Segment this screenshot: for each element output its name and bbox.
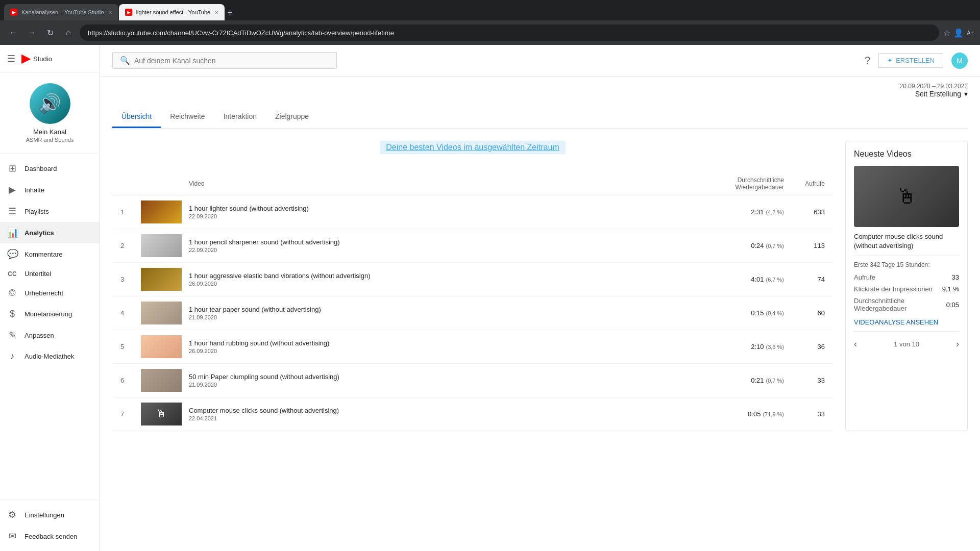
mouse-icon: 🖱 xyxy=(896,185,917,208)
prev-page-button[interactable]: ‹ xyxy=(854,339,857,349)
row-title: 1 hour pencil sharpener sound (without a… xyxy=(189,238,723,246)
bookmark-star-icon[interactable]: ☆ xyxy=(943,28,950,38)
home-button[interactable]: ⌂ xyxy=(61,26,76,40)
help-icon[interactable]: ? xyxy=(865,55,870,66)
date-range-header: 20.09.2020 – 29.03.2022 Seit Erstellung … xyxy=(100,77,980,98)
table-header: Video Durchschnittliche Wiedergabedauer … xyxy=(112,172,833,195)
right-panel: Neueste Videos 🖱 Computer mouse clicks s… xyxy=(845,141,968,431)
sidebar-item-feedback[interactable]: ✉ Feedback senden xyxy=(0,525,100,547)
tab-close-1[interactable]: ✕ xyxy=(108,10,112,15)
refresh-button[interactable]: ↻ xyxy=(43,26,57,40)
anpassen-icon: ✎ xyxy=(7,330,17,341)
sidebar: ☰ ▶ Studio 🔊 Mein Kanal ASMR and Sounds … xyxy=(0,45,100,551)
sidebar-item-label-untertitel: Untertitel xyxy=(24,270,51,278)
sidebar-item-label-inhalte: Inhalte xyxy=(24,186,44,194)
row-views: 33 xyxy=(784,377,825,384)
row-info: 1 hour tear paper sound (without adverti… xyxy=(189,306,723,320)
sidebar-item-playlists[interactable]: ☰ Playlists xyxy=(0,201,100,222)
sidebar-item-label-dashboard: Dashboard xyxy=(24,165,57,172)
video-analysis-link[interactable]: VIDEOANALYSE ANSEHEN xyxy=(854,318,959,326)
row-info: 50 min Paper clumpling sound (without ad… xyxy=(189,373,723,388)
period-label: Erste 342 Tage 15 Stunden: xyxy=(854,261,959,268)
section-title[interactable]: Deine besten Videos im ausgewählten Zeit… xyxy=(380,141,565,154)
profile-icon[interactable]: 👤 xyxy=(953,28,964,38)
ctr-stat: Klickrate der Impressionen 9,1 % xyxy=(854,285,959,293)
views-label: Aufrufe xyxy=(854,273,875,281)
top-bar: 🔍 ? ✦ ERSTELLEN M xyxy=(100,45,980,77)
sidebar-item-label-analytics: Analytics xyxy=(24,229,54,237)
row-rank: 2 xyxy=(120,242,141,249)
sidebar-item-analytics[interactable]: 📊 Analytics xyxy=(0,222,100,243)
yt-studio-logo[interactable]: ▶ Studio xyxy=(21,52,52,65)
row-rank: 3 xyxy=(120,276,141,283)
back-button[interactable]: ← xyxy=(6,26,20,40)
tab-ubersicht[interactable]: Übersicht xyxy=(112,106,161,128)
date-range-select[interactable]: Seit Erstellung ▾ xyxy=(915,90,968,98)
row-info: 1 hour pencil sharpener sound (without a… xyxy=(189,238,723,253)
pagination: ‹ 1 von 10 › xyxy=(854,339,959,349)
tab-reichweite[interactable]: Reichweite xyxy=(161,106,214,128)
sidebar-item-dashboard[interactable]: ⊞ Dashboard xyxy=(0,158,100,179)
next-page-button[interactable]: › xyxy=(956,339,959,349)
user-avatar[interactable]: M xyxy=(951,53,968,69)
analytics-icon: 📊 xyxy=(7,227,17,238)
sidebar-item-monetarisierung[interactable]: $ Monetarisierung xyxy=(0,304,100,324)
row-duration: 0:15(0,4 %) xyxy=(723,309,784,317)
studio-label: Studio xyxy=(33,55,52,63)
address-input[interactable] xyxy=(80,24,939,41)
tab-bar: ▶ Kanalanalysen – YouTube Studio ✕ ▶ lig… xyxy=(0,0,980,20)
search-bar[interactable]: 🔍 xyxy=(112,52,337,69)
analytics-tabs-container: Übersicht Reichweite Interaktion Zielgru… xyxy=(100,98,980,129)
ctr-value: 9,1 % xyxy=(942,285,959,293)
new-tab-button[interactable]: + xyxy=(225,6,235,20)
row-duration: 0:21(0,7 %) xyxy=(723,377,784,384)
dropdown-arrow-icon: ▾ xyxy=(964,90,968,98)
sidebar-item-anpassen[interactable]: ✎ Anpassen xyxy=(0,324,100,346)
sidebar-item-untertitel[interactable]: CC Untertitel xyxy=(0,265,100,283)
top-bar-right: ? ✦ ERSTELLEN M xyxy=(865,53,968,69)
table-row[interactable]: 2 1 hour pencil sharpener sound (without… xyxy=(112,229,833,263)
row-title: 1 hour lighter sound (without advertisin… xyxy=(189,205,723,212)
table-row[interactable]: 7 🖱 Computer mouse clicks sound (without… xyxy=(112,397,833,431)
tab-zielgruppe[interactable]: Zielgruppe xyxy=(266,106,318,128)
table-row[interactable]: 3 1 hour aggressive elastic band vibrati… xyxy=(112,263,833,296)
row-title: 1 hour hand rubbing sound (without adver… xyxy=(189,339,723,347)
sidebar-item-urheberrecht[interactable]: © Urheberrecht xyxy=(0,283,100,304)
row-views: 74 xyxy=(784,276,825,283)
tab-kanalanalysen[interactable]: ▶ Kanalanalysen – YouTube Studio ✕ xyxy=(4,4,118,20)
search-input[interactable] xyxy=(134,57,329,65)
row-views: 60 xyxy=(784,309,825,317)
views-stat: Aufrufe 33 xyxy=(854,273,959,281)
sidebar-item-kommentare[interactable]: 💬 Kommentare xyxy=(0,243,100,265)
youtube-icon: ▶ xyxy=(21,52,30,65)
sidebar-item-label-anpassen: Anpassen xyxy=(24,332,54,339)
sidebar-item-label-monetarisierung: Monetarisierung xyxy=(24,310,72,318)
row-date: 22.04.2021 xyxy=(189,415,723,421)
duration-stat: Durchschnittliche Wiedergabedauer 0:05 xyxy=(854,297,959,312)
tab-interaktion[interactable]: Interaktion xyxy=(214,106,266,128)
table-row[interactable]: 5 1 hour hand rubbing sound (without adv… xyxy=(112,330,833,364)
newest-video-title: Computer mouse clicks sound (without adv… xyxy=(854,232,959,251)
row-date: 22.09.2020 xyxy=(189,213,723,219)
urheberrecht-icon: © xyxy=(7,288,17,298)
table-row[interactable]: 4 1 hour tear paper sound (without adver… xyxy=(112,296,833,330)
tab-lighter-sound[interactable]: ▶ lighter sound effect - YouTube ✕ xyxy=(119,4,225,20)
sidebar-item-inhalte[interactable]: ▶ Inhalte xyxy=(0,179,100,201)
row-duration: 2:10(3,6 %) xyxy=(723,343,784,350)
row-thumbnail xyxy=(141,302,182,324)
avatar[interactable]: 🔊 xyxy=(30,83,70,124)
forward-button[interactable]: → xyxy=(24,26,39,40)
browser-chrome: ▶ Kanalanalysen – YouTube Studio ✕ ▶ lig… xyxy=(0,0,980,45)
monetarisierung-icon: $ xyxy=(7,309,17,319)
tab-close-2[interactable]: ✕ xyxy=(214,10,218,15)
hamburger-icon[interactable]: ☰ xyxy=(7,53,15,64)
extension-text: A+ xyxy=(967,30,974,36)
playlists-icon: ☰ xyxy=(7,206,17,217)
create-button[interactable]: ✦ ERSTELLEN xyxy=(878,53,943,68)
sidebar-item-audio-mediathek[interactable]: ♪ Audio-Mediathek xyxy=(0,346,100,367)
sidebar-item-einstellungen[interactable]: ⚙ Einstellungen xyxy=(0,504,100,525)
row-duration: 2:31(4,2 %) xyxy=(723,208,784,216)
table-row[interactable]: 1 1 hour lighter sound (without advertis… xyxy=(112,195,833,229)
row-title: 1 hour tear paper sound (without adverti… xyxy=(189,306,723,313)
table-row[interactable]: 6 50 min Paper clumpling sound (without … xyxy=(112,364,833,397)
